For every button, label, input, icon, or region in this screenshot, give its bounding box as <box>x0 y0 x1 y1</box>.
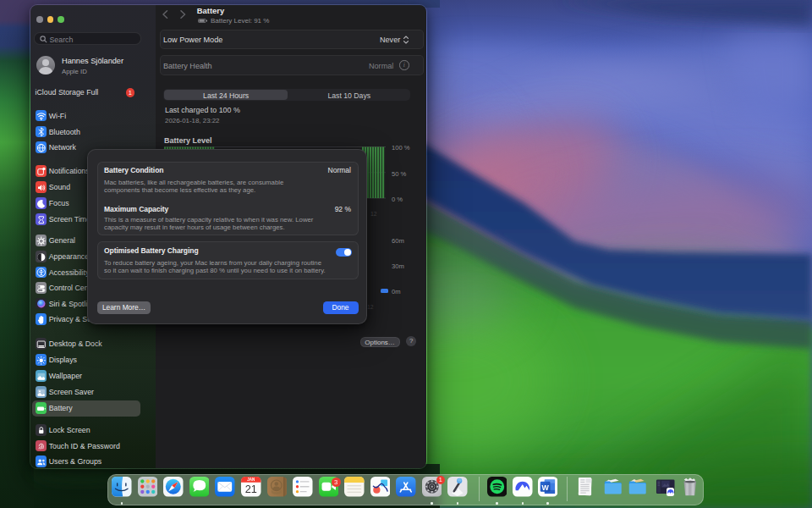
svg-text:W: W <box>541 483 549 492</box>
svg-text:JAN: JAN <box>247 478 255 482</box>
svg-text:21: 21 <box>245 483 257 495</box>
